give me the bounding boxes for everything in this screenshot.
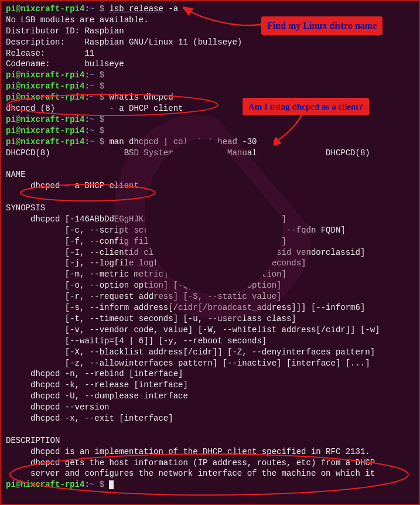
syn-4: [-I, --clientid clientid] [-i, --vendorc… bbox=[6, 247, 414, 258]
prompt-line-final[interactable]: pi@nixcraft-rpi4:~ $ bbox=[6, 479, 414, 490]
syn-16: dhcpcd -k, --release [interface] bbox=[6, 380, 414, 391]
man-header: DHCPCD(8) BSD System Manager's Manual DH… bbox=[6, 148, 414, 159]
blank-1 bbox=[6, 158, 414, 169]
blank-3 bbox=[6, 424, 414, 435]
desc-1: dhcpcd is an implementation of the DHCP … bbox=[6, 446, 414, 458]
prompt-line-2: pi@nixcraft-rpi4:~ $ bbox=[6, 70, 414, 81]
syn-10: [-t, --timeout seconds] [-u, --userclass… bbox=[6, 313, 414, 325]
desc-2: dhcpcd gets the host information (IP add… bbox=[6, 458, 414, 469]
lsb-output-3: Description: Raspbian GNU/Linux 11 (bull… bbox=[6, 37, 414, 48]
syn-14: [-z, --allowinterfaces pattern] [--inact… bbox=[6, 358, 414, 369]
syn-5: [-j, --logfile logfile] [-l, --leasetime… bbox=[6, 258, 414, 269]
syn-9: [-s, --inform address[/cidr[/broadcast_a… bbox=[6, 302, 414, 313]
syn-12: [--waitip=[4 | 6]] [-y, --reboot seconds… bbox=[6, 336, 414, 347]
syn-17: dhcpcd -U, --dumplease interface bbox=[6, 391, 414, 402]
syn-18: dhcpcd --version bbox=[6, 402, 414, 413]
man-description-heading: DESCRIPTION bbox=[6, 435, 414, 446]
syn-7: [-o, --option option] [-Q, --require opt… bbox=[6, 280, 414, 291]
prompt-line-1: pi@nixcraft-rpi4:~ $ lsb_release -a bbox=[6, 4, 414, 15]
man-name: dhcpcd — a DHCP client bbox=[6, 180, 414, 192]
syn-6: [-m, --metric metric] [-O, --nooption op… bbox=[6, 269, 414, 280]
syn-19: dhcpcd -x, --exit [interface] bbox=[6, 413, 414, 424]
callout-distro-name: Find my Linux distro name bbox=[261, 16, 383, 35]
syn-15: dhcpcd -n, --rebind [interface] bbox=[6, 368, 414, 380]
syn-11: [-v, --vendor code, value] [-W, --whitel… bbox=[6, 325, 414, 336]
prompt-line-3: pi@nixcraft-rpi4:~ $ bbox=[6, 81, 414, 92]
prompt-line-7: pi@nixcraft-rpi4:~ $ man dhcpcd | col -b… bbox=[6, 137, 414, 148]
callout-dhcpcd-client: Am I using dhcpcd as a client? bbox=[243, 98, 369, 115]
syn-2: [-c, --script script] [-e, --env value] … bbox=[6, 225, 414, 236]
lsb-output-4: Release: 11 bbox=[6, 48, 414, 59]
prompt-line-5: pi@nixcraft-rpi4:~ $ bbox=[6, 114, 414, 125]
syn-8: [-r, --request address] [-S, --static va… bbox=[6, 291, 414, 302]
cursor bbox=[109, 480, 114, 489]
blank-2 bbox=[6, 192, 414, 203]
man-synopsis-heading: SYNOPSIS bbox=[6, 203, 414, 214]
syn-13: [-X, --blacklist address[/cidr]] [-Z, --… bbox=[6, 347, 414, 358]
syn-1: dhcpcd [-146ABbDdEGgHJKLMNPpqTV] [-C, --… bbox=[6, 214, 414, 225]
man-name-heading: NAME bbox=[6, 169, 414, 180]
syn-3: [-f, --config file] [-h, --hostname host… bbox=[6, 236, 414, 247]
desc-3: server and configures the network interf… bbox=[6, 468, 414, 479]
prompt-line-6: pi@nixcraft-rpi4:~ $ bbox=[6, 125, 414, 137]
lsb-output-5: Codename: bullseye bbox=[6, 59, 414, 70]
